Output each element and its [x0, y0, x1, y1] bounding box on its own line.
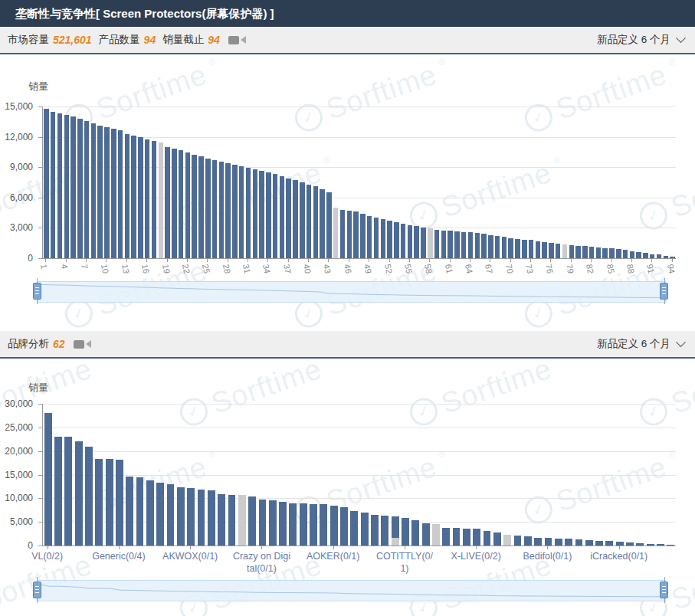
- bar-75[interactable]: [542, 242, 547, 258]
- bar-47[interactable]: [514, 536, 522, 546]
- bar-58[interactable]: [626, 542, 634, 546]
- bar-9[interactable]: [97, 126, 103, 258]
- bar-59[interactable]: [434, 230, 440, 258]
- bar-78[interactable]: [562, 244, 568, 258]
- bar-3[interactable]: [64, 437, 72, 546]
- bar-33[interactable]: [259, 171, 264, 258]
- bar-39[interactable]: [300, 182, 305, 258]
- bar-10[interactable]: [104, 127, 110, 258]
- bar-8[interactable]: [91, 123, 97, 258]
- bar-44[interactable]: [484, 531, 491, 546]
- bar-15[interactable]: [187, 488, 195, 546]
- bar-20[interactable]: [172, 149, 177, 258]
- bar-7[interactable]: [106, 459, 113, 546]
- chart2-slider-left-handle[interactable]: [33, 582, 41, 598]
- chart1-slider-left-handle[interactable]: [33, 283, 41, 300]
- bar-39[interactable]: [432, 524, 440, 546]
- bar-2[interactable]: [54, 437, 62, 546]
- bar-40[interactable]: [307, 185, 312, 258]
- bar-23[interactable]: [192, 155, 197, 258]
- bar-12[interactable]: [156, 483, 164, 546]
- bar-2[interactable]: [51, 112, 56, 258]
- bar-22[interactable]: [259, 500, 267, 546]
- bar-58[interactable]: [428, 228, 433, 258]
- bar-25[interactable]: [289, 503, 297, 546]
- bar-14[interactable]: [131, 136, 136, 258]
- bar-52[interactable]: [387, 221, 392, 258]
- bar-49[interactable]: [367, 216, 372, 258]
- bar-13[interactable]: [125, 134, 130, 258]
- bar-30[interactable]: [239, 166, 244, 258]
- bar-32[interactable]: [361, 513, 369, 546]
- bar-1[interactable]: [44, 413, 52, 546]
- chart2-slider-right-handle[interactable]: [660, 582, 668, 598]
- bar-33[interactable]: [371, 515, 379, 546]
- new-product-definition-dropdown[interactable]: 新品定义 6 个月: [597, 33, 684, 47]
- bar-46[interactable]: [347, 211, 352, 258]
- bar-9[interactable]: [126, 477, 133, 546]
- bar-88[interactable]: [630, 251, 635, 258]
- bar-84[interactable]: [602, 248, 608, 258]
- bar-7[interactable]: [84, 121, 90, 258]
- bar-54[interactable]: [585, 540, 593, 546]
- bar-34[interactable]: [381, 516, 388, 546]
- bar-1[interactable]: [44, 109, 49, 258]
- bar-63[interactable]: [461, 232, 467, 258]
- bar-94[interactable]: [670, 257, 675, 258]
- bar-25[interactable]: [205, 159, 211, 258]
- bar-48[interactable]: [360, 214, 366, 258]
- bar-60[interactable]: [647, 544, 654, 546]
- bar-38[interactable]: [293, 180, 298, 258]
- bar-38[interactable]: [422, 523, 430, 546]
- bar-43[interactable]: [326, 192, 332, 258]
- bar-87[interactable]: [623, 250, 628, 258]
- bar-42[interactable]: [463, 529, 470, 546]
- bar-15[interactable]: [138, 137, 143, 258]
- bar-65[interactable]: [475, 233, 480, 258]
- bar-11[interactable]: [146, 480, 154, 546]
- bar-13[interactable]: [167, 484, 175, 546]
- bar-36[interactable]: [402, 518, 409, 546]
- bar-45[interactable]: [340, 210, 346, 258]
- bar-47[interactable]: [353, 211, 359, 258]
- bar-40[interactable]: [442, 528, 450, 546]
- bar-35[interactable]: [392, 516, 399, 546]
- bar-5[interactable]: [85, 447, 93, 546]
- bar-46[interactable]: [503, 535, 511, 546]
- bar-16[interactable]: [145, 139, 150, 258]
- bar-35[interactable]: [273, 174, 278, 258]
- bar-53[interactable]: [394, 222, 399, 258]
- video-camera-icon[interactable]: [228, 36, 246, 44]
- bar-42[interactable]: [320, 189, 325, 258]
- bar-8[interactable]: [116, 460, 123, 546]
- bar-74[interactable]: [536, 241, 541, 258]
- bar-31[interactable]: [246, 168, 251, 258]
- bar-37[interactable]: [411, 520, 419, 546]
- bar-4[interactable]: [64, 115, 70, 258]
- bar-37[interactable]: [286, 179, 291, 258]
- bar-49[interactable]: [534, 538, 542, 546]
- bar-89[interactable]: [636, 252, 641, 258]
- bar-56[interactable]: [605, 541, 613, 546]
- bar-51[interactable]: [381, 219, 386, 258]
- bar-48[interactable]: [524, 536, 532, 546]
- bar-17[interactable]: [208, 490, 215, 546]
- new-product-definition-dropdown[interactable]: 新品定义 6 个月: [597, 337, 684, 351]
- bar-18[interactable]: [218, 494, 225, 546]
- bar-85[interactable]: [609, 248, 615, 258]
- bar-51[interactable]: [555, 539, 562, 546]
- bar-27[interactable]: [310, 504, 317, 546]
- bar-23[interactable]: [269, 500, 277, 546]
- bar-91[interactable]: [650, 254, 655, 258]
- bar-44[interactable]: [333, 208, 339, 258]
- bar-54[interactable]: [401, 224, 406, 258]
- bar-34[interactable]: [266, 172, 271, 258]
- chart1-slider-track[interactable]: [38, 281, 666, 303]
- bar-3[interactable]: [57, 113, 63, 258]
- bar-4[interactable]: [75, 441, 83, 546]
- bar-81[interactable]: [582, 246, 588, 258]
- bar-62[interactable]: [454, 231, 460, 258]
- bar-41[interactable]: [453, 528, 461, 546]
- bar-45[interactable]: [493, 532, 501, 546]
- bar-59[interactable]: [636, 543, 644, 546]
